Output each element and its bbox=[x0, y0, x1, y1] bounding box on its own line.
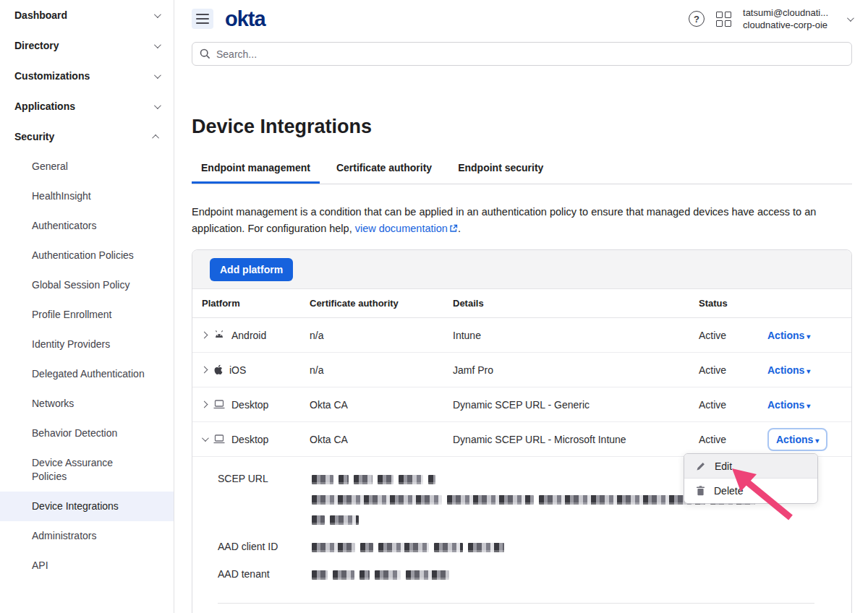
desktop-icon bbox=[213, 434, 225, 444]
details-cell: Intune bbox=[453, 330, 699, 341]
table-header-row: Platform Certificate authority Details S… bbox=[192, 289, 851, 318]
table-row-expanded: Desktop Okta CA Dynamic SCEP URL - Micro… bbox=[192, 422, 851, 457]
expand-chevron-right-icon[interactable] bbox=[201, 401, 208, 408]
chevron-down-icon bbox=[154, 72, 161, 79]
sidebar-nav: Dashboard Directory Customizations Appli… bbox=[0, 0, 174, 613]
sidebar-item-profile-enrollment[interactable]: Profile Enrollment bbox=[0, 300, 174, 330]
caret-down-icon: ▾ bbox=[807, 333, 810, 340]
sidebar-item-device-integrations[interactable]: Device Integrations bbox=[0, 492, 174, 521]
ca-cell: Okta CA bbox=[310, 434, 453, 445]
apps-grid-icon[interactable] bbox=[716, 12, 731, 27]
account-email: tatsumi@cloudnati... bbox=[743, 7, 828, 19]
platform-name: Desktop bbox=[231, 399, 268, 411]
field-aad-tenant: AAD tenant bbox=[218, 568, 851, 588]
table-row: iOS n/a Jamf Pro Active Actions▾ bbox=[192, 353, 851, 387]
caret-down-icon: ▾ bbox=[807, 367, 810, 375]
menu-item-label: Delete bbox=[714, 485, 743, 497]
sidebar-item-delegated-authentication[interactable]: Delegated Authentication bbox=[0, 359, 174, 389]
chevron-down-icon bbox=[154, 41, 161, 48]
description-suffix: . bbox=[458, 223, 461, 234]
actions-label: Actions bbox=[767, 399, 804, 411]
sidebar-item-directory[interactable]: Directory bbox=[0, 30, 174, 61]
topbar: okta ? tatsumi@cloudnati... cloudnative-… bbox=[174, 0, 868, 38]
tab-certificate-authority[interactable]: Certificate authority bbox=[327, 162, 441, 184]
sidebar-item-authentication-policies[interactable]: Authentication Policies bbox=[0, 241, 174, 270]
add-platform-button[interactable]: Add platform bbox=[210, 258, 293, 281]
sidebar-item-networks[interactable]: Networks bbox=[0, 389, 174, 419]
sidebar-item-healthinsight[interactable]: HealthInsight bbox=[0, 181, 174, 211]
actions-button[interactable]: Actions▾ bbox=[767, 330, 810, 341]
view-documentation-link[interactable]: view documentation bbox=[355, 223, 458, 234]
sidebar-item-label: Applications bbox=[14, 100, 75, 112]
section-divider bbox=[218, 603, 814, 604]
account-org: cloudnative-corp-oie bbox=[743, 19, 828, 31]
sidebar-item-administrators[interactable]: Administrators bbox=[0, 521, 174, 551]
pencil-icon bbox=[696, 461, 706, 471]
page-title: Device Integrations bbox=[192, 116, 372, 138]
sidebar-item-api[interactable]: API bbox=[0, 551, 174, 580]
chevron-down-icon bbox=[847, 14, 854, 22]
help-icon[interactable]: ? bbox=[689, 11, 705, 27]
field-label: AAD client ID bbox=[218, 541, 312, 561]
collapse-chevron-down-icon[interactable] bbox=[202, 434, 209, 442]
tab-bar: Endpoint management Certificate authorit… bbox=[192, 162, 852, 184]
menu-item-edit[interactable]: Edit bbox=[684, 454, 817, 479]
chevron-down-icon bbox=[154, 11, 161, 18]
sidebar-item-behavior-detection[interactable]: Behavior Detection bbox=[0, 419, 174, 448]
redacted-value bbox=[312, 568, 454, 588]
ca-cell: n/a bbox=[310, 364, 453, 376]
search-input[interactable] bbox=[216, 48, 844, 60]
platform-name: Desktop bbox=[231, 434, 268, 445]
actions-label: Actions bbox=[776, 434, 813, 445]
expand-chevron-right-icon[interactable] bbox=[201, 366, 208, 374]
account-menu[interactable]: tatsumi@cloudnati... cloudnative-corp-oi… bbox=[743, 7, 828, 31]
apple-icon bbox=[213, 364, 223, 375]
hamburger-menu-icon[interactable] bbox=[192, 9, 213, 29]
sidebar-item-global-session-policy[interactable]: Global Session Policy bbox=[0, 270, 174, 300]
menu-item-delete[interactable]: Delete bbox=[684, 479, 817, 503]
field-label: AAD tenant bbox=[218, 568, 312, 588]
external-link-icon bbox=[449, 224, 458, 233]
sidebar-item-applications[interactable]: Applications bbox=[0, 91, 174, 121]
sidebar-item-label: Security bbox=[14, 131, 54, 142]
details-cell: Jamf Pro bbox=[453, 364, 699, 376]
tab-endpoint-management[interactable]: Endpoint management bbox=[192, 162, 320, 184]
expand-chevron-right-icon[interactable] bbox=[201, 332, 208, 339]
okta-logo: okta bbox=[225, 9, 265, 30]
column-header-platform: Platform bbox=[202, 298, 310, 309]
column-header-certificate-authority: Certificate authority bbox=[310, 298, 453, 309]
caret-down-icon: ▾ bbox=[807, 402, 810, 410]
actions-button-open[interactable]: Actions▾ bbox=[767, 428, 827, 451]
field-label: SCEP URL bbox=[218, 473, 312, 533]
status-cell: Active bbox=[699, 399, 767, 411]
caret-down-icon: ▾ bbox=[815, 437, 819, 445]
details-cell: Dynamic SCEP URL - Generic bbox=[453, 399, 699, 411]
ca-cell: Okta CA bbox=[310, 399, 453, 411]
desktop-icon bbox=[213, 400, 225, 409]
sidebar-item-identity-providers[interactable]: Identity Providers bbox=[0, 330, 174, 359]
column-header-status: Status bbox=[699, 298, 767, 309]
sidebar-item-security[interactable]: Security bbox=[0, 121, 174, 152]
sidebar-item-customizations[interactable]: Customizations bbox=[0, 61, 174, 91]
tab-endpoint-security[interactable]: Endpoint security bbox=[448, 162, 553, 184]
column-header-details: Details bbox=[453, 298, 699, 309]
actions-dropdown-menu: Edit Delete bbox=[684, 453, 818, 504]
menu-item-label: Edit bbox=[715, 460, 732, 472]
platform-name: iOS bbox=[229, 364, 246, 376]
redacted-value bbox=[312, 541, 509, 561]
sidebar-item-dashboard[interactable]: Dashboard bbox=[0, 0, 174, 30]
sidebar-item-general[interactable]: General bbox=[0, 152, 174, 181]
sidebar-item-device-assurance-policies[interactable]: Device Assurance Policies bbox=[0, 448, 145, 492]
platform-name: Android bbox=[231, 330, 266, 341]
sidebar-item-authenticators[interactable]: Authenticators bbox=[0, 211, 174, 241]
android-icon bbox=[213, 330, 225, 340]
actions-button[interactable]: Actions▾ bbox=[767, 399, 810, 411]
sidebar-item-label: Directory bbox=[14, 40, 59, 51]
sidebar-item-label: Customizations bbox=[14, 70, 90, 82]
page-description: Endpoint management is a condition that … bbox=[192, 204, 852, 237]
description-text: Endpoint management is a condition that … bbox=[192, 206, 816, 234]
global-search bbox=[192, 42, 852, 66]
ca-cell: n/a bbox=[310, 330, 453, 341]
status-cell: Active bbox=[699, 330, 767, 341]
actions-button[interactable]: Actions▾ bbox=[767, 364, 810, 376]
